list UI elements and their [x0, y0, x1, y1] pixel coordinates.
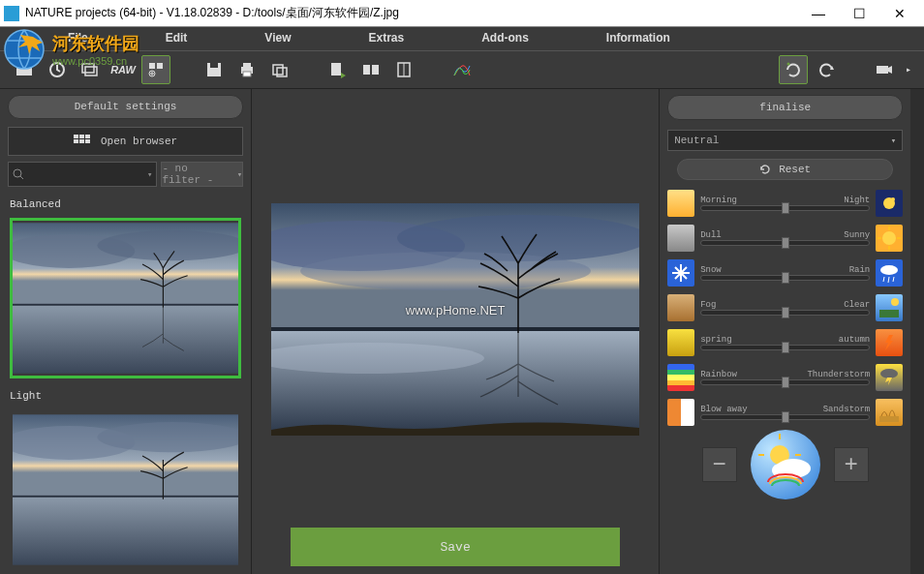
slider-right-icon	[876, 399, 903, 426]
menubar: File Edit View Extras Add-ons Informatio…	[0, 27, 924, 50]
slider-right-label: autumn	[839, 335, 870, 345]
slider-right-label: Clear	[844, 300, 870, 310]
toolbar-export-button[interactable]	[323, 55, 353, 84]
svg-rect-0	[16, 66, 32, 76]
slider-row-fog: FogClear	[667, 290, 903, 325]
toolbar-raw-button[interactable]: RAW	[108, 55, 138, 84]
slider-left-label: Rainbow	[700, 370, 737, 379]
canvas-viewport[interactable]: www.pHome.NET	[252, 89, 659, 520]
slider-right-label: Sandstorm	[823, 405, 871, 414]
search-input[interactable]: ▾	[8, 162, 157, 187]
menu-extras[interactable]: Extras	[329, 27, 443, 50]
preset-thumb-light[interactable]	[10, 409, 241, 570]
slider-track[interactable]	[700, 205, 870, 211]
slider-row-spring: springautumn	[667, 325, 903, 360]
toolbar-compare-button[interactable]	[356, 55, 385, 84]
svg-rect-65	[879, 416, 899, 422]
toolbar-save-button[interactable]	[200, 55, 229, 84]
menu-information[interactable]: Information	[568, 27, 709, 50]
slider-track[interactable]	[700, 310, 870, 316]
slider-thumb[interactable]	[782, 272, 789, 284]
toolbar-crop-button[interactable]	[265, 55, 294, 84]
reset-button[interactable]: Reset	[677, 159, 893, 180]
plus-button[interactable]: +	[834, 447, 869, 482]
slider-thumb[interactable]	[782, 202, 789, 214]
minimize-button[interactable]: —	[798, 1, 839, 26]
slider-track[interactable]	[700, 275, 870, 281]
slider-right-icon	[876, 294, 903, 321]
slider-row-morning: MorningNight	[667, 186, 903, 221]
svg-line-60	[888, 277, 889, 283]
finalise-button[interactable]: finalise	[667, 95, 903, 120]
toolbar-print-button[interactable]	[232, 55, 262, 84]
slider-left-icon	[667, 190, 694, 217]
svg-rect-16	[363, 65, 370, 75]
toolbar-camera-button[interactable]	[870, 55, 899, 84]
slider-track[interactable]	[700, 345, 870, 350]
chevron-down-icon[interactable]: ▾	[147, 169, 152, 180]
toolbar-book-button[interactable]	[389, 55, 418, 84]
chevron-down-icon: ▾	[891, 136, 896, 146]
slider-thumb[interactable]	[782, 237, 789, 249]
slider-track[interactable]	[700, 240, 870, 246]
svg-rect-62	[879, 310, 899, 317]
toolbar-histogram-button[interactable]	[447, 55, 477, 84]
preset-thumb-balanced[interactable]	[10, 218, 241, 378]
svg-point-52	[891, 197, 895, 201]
svg-rect-34	[13, 306, 238, 374]
close-button[interactable]: ✕	[879, 1, 920, 26]
search-field[interactable]	[24, 169, 147, 180]
toolbar-folder-button[interactable]	[10, 55, 39, 84]
svg-rect-25	[74, 139, 78, 143]
filter-dropdown[interactable]: - no filter - ▾	[161, 162, 243, 187]
menu-addons[interactable]: Add-ons	[443, 27, 568, 50]
slider-track[interactable]	[700, 414, 870, 420]
window-title: NATURE projects (64-bit) - V1.18.02839 -…	[25, 5, 798, 21]
toolbar-history-button[interactable]	[43, 55, 72, 84]
slider-left-label: Fog	[700, 300, 716, 310]
slider-right-label: Rain	[849, 265, 871, 275]
default-settings-button[interactable]: Default settings	[8, 95, 243, 119]
slider-right-label: Thunderstorm	[807, 370, 870, 379]
svg-rect-4	[85, 67, 97, 76]
profile-dropdown[interactable]: Neutral ▾	[667, 130, 903, 151]
menu-file[interactable]: File	[29, 27, 127, 50]
slider-row-dull: DullSunny	[667, 221, 903, 256]
preset-label-light: Light	[0, 382, 251, 406]
toolbar-redo-button[interactable]	[812, 55, 841, 84]
slider-left-label: spring	[700, 335, 731, 345]
slider-left-icon	[667, 399, 694, 426]
toolbar-images-button[interactable]	[76, 55, 105, 84]
browser-icon	[74, 135, 91, 148]
profile-value: Neutral	[674, 135, 719, 146]
maximize-button[interactable]: ☐	[839, 1, 879, 26]
toolbar-undo-button[interactable]	[779, 55, 808, 84]
open-browser-button[interactable]: Open browser	[8, 127, 243, 156]
slider-right-icon	[876, 190, 903, 217]
right-scrollbar[interactable]	[910, 89, 924, 574]
svg-line-29	[20, 176, 23, 179]
slider-thumb[interactable]	[782, 342, 789, 353]
svg-point-64	[880, 369, 898, 378]
slider-thumb[interactable]	[782, 377, 789, 388]
slider-left-label: Blow away	[700, 405, 748, 414]
minus-button[interactable]: −	[702, 447, 737, 482]
menu-edit[interactable]: Edit	[127, 27, 227, 50]
slider-track[interactable]	[700, 379, 870, 385]
toolbar-batch-button[interactable]	[141, 55, 170, 84]
filter-value: - no filter -	[162, 163, 231, 186]
toolbar-more-button[interactable]: ▸	[903, 55, 914, 84]
menu-view[interactable]: View	[226, 27, 329, 50]
slider-right-icon	[876, 364, 903, 391]
save-button[interactable]: Save	[291, 528, 620, 566]
slider-right-label: Night	[844, 196, 870, 205]
svg-rect-11	[243, 63, 251, 67]
thumbnail-image	[13, 221, 238, 376]
svg-rect-17	[372, 65, 379, 75]
svg-line-59	[883, 277, 884, 282]
main-image: www.pHome.NET	[271, 203, 639, 436]
weather-orb[interactable]	[751, 430, 820, 499]
svg-rect-3	[82, 64, 94, 73]
slider-thumb[interactable]	[782, 307, 789, 318]
slider-thumb[interactable]	[782, 411, 789, 423]
